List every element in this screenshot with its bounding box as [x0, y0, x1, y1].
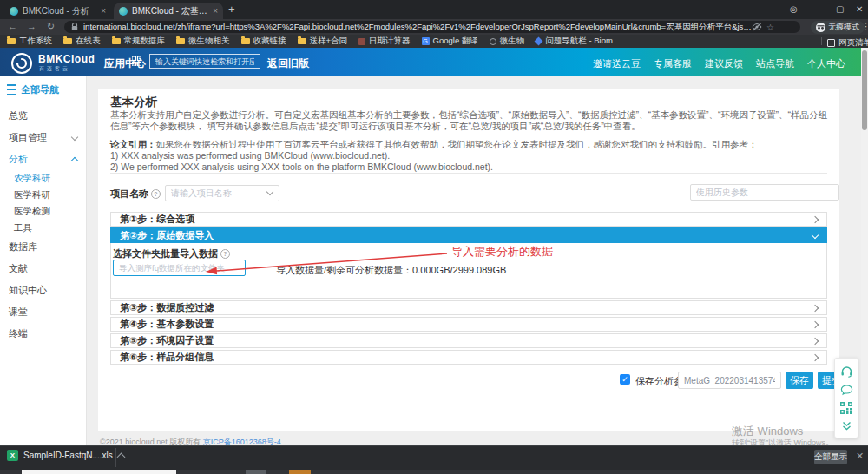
forward-button[interactable]: → [27, 21, 36, 31]
browser-status-icon[interactable]: ◎ [790, 4, 798, 14]
cite-text: 如果您在数据分析过程中使用了百迈客云平台或者获得了其他有效帮助，我们期望您在论文… [156, 139, 758, 149]
bookmarks-bar: 工作系统 在线表 常规数据库 微生物相关 收藏链接 送样+合同 日期计算器 GG… [0, 35, 868, 48]
sidebar-item-literature[interactable]: 文献 [0, 258, 86, 280]
param-name-input[interactable] [678, 372, 781, 389]
service-link[interactable]: 专属客服 [654, 57, 692, 70]
chevron-right-icon [812, 320, 819, 327]
site-nav-link[interactable]: 站点导航 [756, 57, 794, 70]
step-5-header[interactable]: 第⑤步：环境因子设置 [110, 333, 827, 348]
header-links: 邀请送云豆 专属客服 建议反馈 站点导航 个人中心 [593, 57, 845, 70]
browser-tab-2-active[interactable]: BMKCloud - 宏基因组分析平台 × [114, 3, 223, 19]
sidebar-item-project-mgmt[interactable]: 项目管理 [0, 127, 86, 148]
back-to-old-link[interactable]: 返回旧版 [267, 56, 309, 71]
step-3-header[interactable]: 第③步：数据质控过滤 [110, 300, 827, 315]
folder-icon [112, 38, 121, 44]
sidebar-item-med-research[interactable]: 医学科研 [0, 187, 86, 203]
bookmark-item[interactable]: 收藏链接 [241, 36, 286, 47]
downloaded-file-chip[interactable]: X SampleID-FastqN....xls [7, 450, 124, 461]
sidebar-item-tools[interactable]: 工具 [0, 220, 86, 236]
shelf-divider [115, 448, 116, 467]
sidebar: 全部导航 总览 项目管理 分析 农学科研 医学科研 医学检测 工具 数据库 文献… [0, 76, 87, 445]
incognito-icon [816, 23, 825, 32]
red-annotation-arrow [174, 246, 460, 279]
bookmark-item[interactable]: 常规数据库 [112, 36, 166, 47]
maximize-button[interactable]: ▢ [836, 4, 844, 14]
screen: BMKCloud - 分析 × BMKCloud - 宏基因组分析平台 × + … [0, 0, 868, 474]
personal-center-link[interactable]: 个人中心 [807, 57, 845, 70]
bookmark-item[interactable]: 工作系统 [7, 36, 52, 47]
chevron-right-icon [812, 304, 819, 311]
sidebar-item-classroom[interactable]: 课堂 [0, 301, 86, 323]
tab-close-icon[interactable]: × [101, 7, 106, 16]
incognito-label: 无痕模式 [828, 22, 859, 33]
diamond-icon [535, 37, 543, 46]
cite-ref-1: 1) XXX analysis was performed using BMKC… [110, 150, 390, 161]
step-6-header[interactable]: 第⑥步：样品分组信息 [110, 350, 827, 365]
save-params-checkbox[interactable]: ✓ [620, 374, 630, 385]
invite-link[interactable]: 邀请送云豆 [593, 57, 641, 70]
browser-tab-1[interactable]: BMKCloud - 分析 × [4, 3, 111, 19]
chat-icon[interactable] [840, 385, 853, 396]
grid-icon[interactable] [132, 56, 141, 66]
bmkcloud-logo-icon[interactable] [10, 52, 33, 75]
sidebar-nav-all[interactable]: 全部导航 [0, 76, 86, 105]
folder-icon [176, 38, 185, 44]
qrcode-icon[interactable] [840, 402, 852, 414]
folder-icon [63, 38, 72, 44]
project-name-select[interactable] [165, 184, 279, 201]
sidebar-item-knowledge[interactable]: 知识中心 [0, 280, 86, 301]
bookmark-item[interactable]: 日期计算器 [358, 36, 411, 47]
history-params-input[interactable] [690, 184, 839, 201]
incognito-badge: 无痕模式 [811, 21, 865, 34]
bookmark-item[interactable]: 微生物 [490, 36, 525, 47]
bookmark-item[interactable]: GGoogle 翻译 [422, 36, 478, 47]
sidebar-item-terminal[interactable]: 终端 [0, 323, 86, 345]
feedback-link[interactable]: 建议反馈 [705, 57, 743, 70]
taskbar-window-orange [289, 470, 311, 474]
caret-up-icon[interactable] [116, 452, 125, 461]
save-button[interactable]: 保存 [786, 372, 813, 389]
headset-icon[interactable] [840, 365, 853, 378]
tab-close-icon[interactable]: × [213, 7, 218, 16]
sidebar-item-agri-research[interactable]: 农学科研 [0, 170, 86, 187]
chevron-right-icon [812, 353, 819, 360]
bookmark-item[interactable]: 微生物相关 [176, 36, 230, 47]
minimize-button[interactable]: — [814, 4, 823, 14]
bookmark-star-icon[interactable]: ☆ [766, 23, 774, 32]
bookmark-item[interactable]: 问题导航栏 - Biom... [536, 36, 620, 47]
intro-paragraph: 基本分析支持用户自定义参数进行分析。可自定义宏基因组基本分析的主要参数，包括“综… [110, 109, 827, 132]
sidebar-item-med-testing[interactable]: 医学检测 [0, 203, 86, 220]
back-button[interactable]: ← [8, 21, 17, 31]
calendar-icon [358, 38, 365, 45]
tab-title: BMKCloud - 分析 [23, 5, 96, 17]
app-search-input[interactable] [149, 54, 260, 69]
window-close-button[interactable]: ✕ [856, 4, 863, 14]
chevron-down-icon [71, 134, 78, 141]
step-2-header-active[interactable]: 第②步：原始数据导入 [110, 227, 827, 243]
project-name-input[interactable] [165, 185, 279, 201]
bookmark-item[interactable]: 送样+合同 [298, 36, 348, 47]
bookmarks-divider [821, 37, 822, 45]
logo-subtitle: 百迈客云 [39, 65, 70, 73]
sidebar-item-database[interactable]: 数据库 [0, 236, 86, 258]
collapse-chevrons-icon[interactable] [841, 421, 852, 431]
cite-ref-2: 2) We performed XXX analysis using XXX t… [110, 161, 493, 172]
sidebar-item-overview[interactable]: 总览 [0, 105, 86, 127]
browser-menu-kebab-icon[interactable]: ⋮ [861, 21, 868, 32]
new-tab-button[interactable]: + [228, 3, 235, 16]
bookmark-item[interactable]: 在线表 [63, 36, 101, 47]
sidebar-item-analysis[interactable]: 分析 [0, 148, 86, 170]
eye-off-icon[interactable] [752, 23, 762, 31]
cite-label: 论文引用： [110, 139, 156, 149]
address-bar[interactable]: international.biocloud.net/zh/iframe?url… [64, 21, 800, 33]
step-1-header[interactable]: 第①步：综合选项 [110, 212, 827, 227]
show-all-downloads-button[interactable]: 全部显示 [814, 450, 847, 464]
page-title: 基本分析 [110, 95, 157, 110]
scrollbar-thumb[interactable] [862, 50, 867, 130]
reload-button[interactable]: ↻ [47, 21, 55, 32]
step-4-header[interactable]: 第④步：基本参数设置 [110, 317, 827, 332]
shelf-close-icon[interactable]: ✕ [856, 451, 864, 462]
tab-title: BMKCloud - 宏基因组分析平台 [132, 5, 208, 17]
red-annotation-text: 导入需要分析的数据 [451, 244, 553, 260]
info-icon[interactable]: ? [151, 189, 161, 199]
